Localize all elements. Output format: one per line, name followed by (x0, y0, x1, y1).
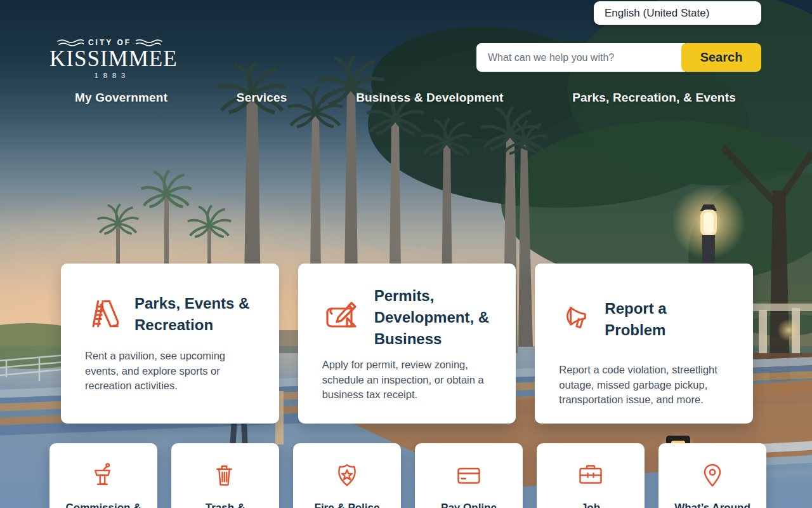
site-header: CITY OF KISSIMMEE 1883 Search (0, 0, 812, 86)
quicklink-label: Trash & (206, 502, 245, 508)
kissimmee-homepage: English (United State) CITY OF KISSIMMEE… (0, 0, 812, 508)
map-pin-icon (697, 461, 728, 491)
card-parks-events-recreation[interactable]: Parks, Events & Recreation Rent a pavili… (61, 264, 279, 424)
nav-item-parks-recreation-events[interactable]: Parks, Recreation, & Events (572, 91, 736, 105)
quick-link-cards: Commission & Trash & Fire & Police (49, 443, 766, 508)
city-logo[interactable]: CITY OF KISSIMMEE 1883 (49, 38, 170, 79)
quicklink-whats-around[interactable]: What’s Around (658, 443, 766, 508)
card-report-a-problem[interactable]: Report a Problem Report a code violation… (535, 264, 753, 424)
card-title: Permits, Development, & Business (374, 285, 492, 350)
quicklink-fire-police[interactable]: Fire & Police (293, 443, 401, 508)
quicklink-trash[interactable]: Trash & (171, 443, 279, 508)
feature-cards: Parks, Events & Recreation Rent a pavili… (61, 264, 753, 424)
site-search: Search (476, 43, 761, 72)
card-permits-development-business[interactable]: Permits, Development, & Business Apply f… (298, 264, 516, 424)
quicklink-label: What’s Around (674, 502, 750, 508)
quicklink-label: Pay Online (441, 502, 497, 508)
card-description: Report a code violation, streetlight out… (559, 363, 729, 407)
credit-card-icon (454, 461, 484, 491)
quicklink-label: Commission & (65, 502, 141, 508)
logo-year: 1883 (49, 72, 170, 79)
logo-wave-right-icon (136, 39, 162, 46)
search-button[interactable]: Search (681, 43, 761, 72)
logo-wave-left-icon (57, 39, 84, 46)
podium-icon (88, 461, 119, 491)
megaphone-icon (559, 302, 593, 337)
quicklink-commission[interactable]: Commission & (49, 443, 157, 508)
logo-tagline: CITY OF (88, 38, 131, 47)
trash-icon (210, 461, 240, 491)
card-description: Rent a pavilion, see upcoming events, an… (85, 349, 255, 393)
card-description: Apply for permit, review zoning, schedul… (322, 358, 492, 402)
quicklink-pay-online[interactable]: Pay Online (415, 443, 523, 508)
logo-city-name: KISSIMMEE (49, 48, 170, 71)
quicklink-job[interactable]: Job (537, 443, 645, 508)
nav-item-business-development[interactable]: Business & Development (356, 91, 503, 105)
quicklink-label: Job (581, 502, 600, 508)
playground-slide-icon (85, 295, 123, 333)
briefcase-icon (575, 461, 606, 491)
quicklink-label: Fire & Police (315, 502, 380, 508)
nav-item-services[interactable]: Services (237, 91, 287, 105)
search-input[interactable] (476, 43, 685, 72)
main-nav: My Government Services Business & Develo… (49, 91, 761, 105)
card-title: Report a Problem (605, 298, 729, 341)
police-badge-icon (332, 461, 362, 491)
card-title: Parks, Events & Recreation (134, 293, 255, 336)
blueprint-pencil-icon (322, 297, 363, 338)
nav-item-my-government[interactable]: My Government (75, 91, 167, 105)
